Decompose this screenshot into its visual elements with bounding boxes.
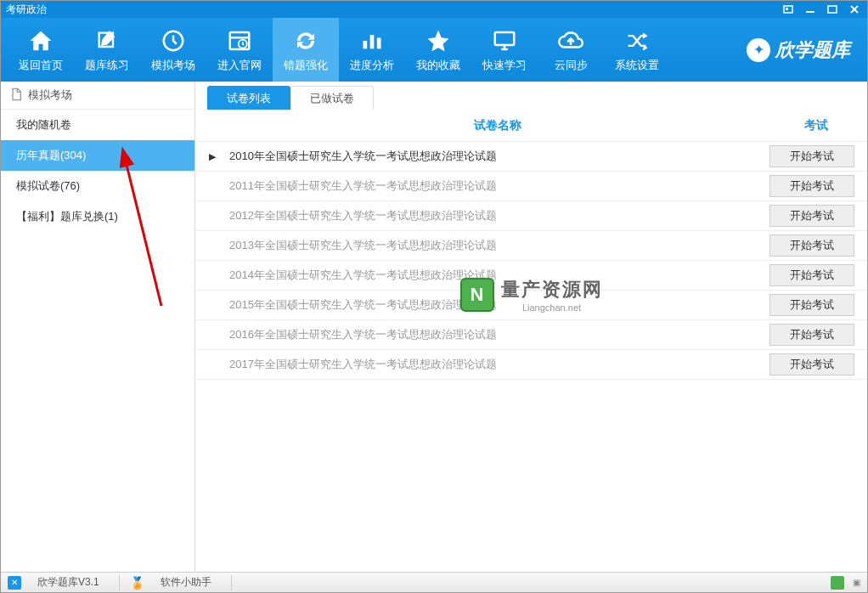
shuffle-icon: [623, 27, 651, 54]
tabs: 试卷列表 已做试卷: [195, 82, 867, 110]
exam-name: 2013年全国硕士研究生入学统一考试思想政治理论试题: [229, 238, 765, 253]
toolbar-quick-learn[interactable]: 快速学习: [471, 18, 538, 82]
table-row[interactable]: ▶2010年全国硕士研究生入学统一考试思想政治理论试题开始考试: [195, 142, 867, 172]
toolbar: 返回首页 题库练习 模拟考场 进入官网 错题强化 进度分析 我的收藏 快速学习: [1, 18, 867, 82]
toolbar-mock-exam[interactable]: 模拟考场: [140, 18, 206, 82]
star-icon: [425, 27, 452, 54]
body-area: 模拟考场 我的随机卷历年真题(304)模拟试卷(76)【福利】题库兑换(1) 试…: [1, 82, 867, 572]
sidebar-item-2[interactable]: 模拟试卷(76): [1, 171, 194, 201]
tray-icon[interactable]: [831, 576, 844, 590]
sidebar-item-0[interactable]: 我的随机卷: [1, 110, 194, 140]
toolbar-settings[interactable]: 系统设置: [604, 18, 670, 82]
taskbar: ✕ 欣学题库V3.1 🏅 软件小助手 ▣: [1, 572, 867, 592]
toolbar-label: 错题强化: [284, 58, 328, 73]
svg-rect-7: [364, 41, 368, 48]
tab-done-exams[interactable]: 已做试卷: [290, 86, 374, 110]
start-exam-button[interactable]: 开始考试: [769, 324, 854, 346]
toolbar-label: 系统设置: [615, 58, 659, 73]
svg-rect-10: [495, 32, 515, 45]
brand-text: 欣学题库: [775, 37, 850, 63]
toolbar-label: 进入官网: [217, 58, 262, 73]
start-exam-button[interactable]: 开始考试: [769, 175, 854, 197]
start-exam-button[interactable]: 开始考试: [769, 205, 854, 227]
sidebar: 模拟考场 我的随机卷历年真题(304)模拟试卷(76)【福利】题库兑换(1): [1, 82, 195, 572]
start-exam-button[interactable]: 开始考试: [769, 145, 854, 167]
svg-rect-8: [370, 35, 375, 48]
home-icon: [27, 27, 54, 54]
exam-name: 2011年全国硕士研究生入学统一考试思想政治理论试题: [229, 178, 765, 194]
window-controls: [781, 3, 862, 15]
titlebar: 考研政治: [1, 1, 867, 18]
svg-rect-1: [786, 8, 788, 10]
taskbar-helper[interactable]: 软件小助手: [151, 573, 221, 592]
table-row[interactable]: 2014年全国硕士研究生入学统一考试思想政治理论试题开始考试: [195, 261, 867, 291]
taskbar-right: ▣: [831, 576, 860, 590]
clock-icon: [160, 27, 187, 54]
toolbar-favorites[interactable]: 我的收藏: [405, 18, 471, 82]
main: 试卷列表 已做试卷 试卷名称 考试 ▶2010年全国硕士研究生入学统一考试思想政…: [195, 82, 867, 572]
toolbar-official-site[interactable]: 进入官网: [206, 18, 273, 82]
calendar-clock-icon: [226, 27, 253, 54]
svg-rect-9: [377, 37, 381, 48]
col-action: 考试: [765, 118, 867, 133]
document-icon: [9, 88, 23, 104]
col-exam-name: 试卷名称: [229, 118, 765, 133]
table-row[interactable]: 2016年全国硕士研究生入学统一考试思想政治理论试题开始考试: [195, 320, 867, 350]
exam-name: 2014年全国硕士研究生入学统一考试思想政治理论试题: [229, 268, 765, 283]
close-icon[interactable]: [847, 3, 862, 15]
sidebar-title: 模拟考场: [28, 88, 72, 103]
taskbar-app-name[interactable]: 欣学题库V3.1: [28, 573, 109, 592]
maximize-icon[interactable]: [825, 3, 840, 15]
start-exam-button[interactable]: 开始考试: [769, 353, 854, 376]
table-row[interactable]: 2013年全国硕士研究生入学统一考试思想政治理论试题开始考试: [195, 231, 867, 261]
exam-name: 2012年全国硕士研究生入学统一考试思想政治理论试题: [229, 208, 765, 223]
toolbar-label: 快速学习: [482, 58, 527, 73]
edit-icon: [93, 27, 121, 54]
table-row[interactable]: 2012年全国硕士研究生入学统一考试思想政治理论试题开始考试: [195, 201, 867, 231]
toolbar-label: 题库练习: [85, 58, 129, 73]
exam-list: ▶2010年全国硕士研究生入学统一考试思想政治理论试题开始考试2011年全国硕士…: [195, 142, 867, 572]
sidebar-item-1[interactable]: 历年真题(304): [1, 140, 194, 171]
chart-bar-icon: [358, 27, 386, 54]
toolbar-label: 我的收藏: [416, 58, 460, 73]
list-header: 试卷名称 考试: [195, 110, 867, 142]
toolbar-wrong-questions[interactable]: 错题强化: [273, 18, 339, 82]
divider: [119, 575, 120, 590]
toolbar-label: 进度分析: [350, 58, 394, 73]
start-exam-button[interactable]: 开始考试: [769, 294, 854, 316]
minimize-icon[interactable]: [803, 3, 818, 15]
window-restore-down-icon[interactable]: [781, 3, 796, 15]
row-arrow-icon: ▶: [195, 151, 229, 162]
start-exam-button[interactable]: 开始考试: [769, 234, 854, 257]
medal-icon: 🏅: [130, 576, 144, 590]
svg-rect-3: [828, 6, 837, 13]
toolbar-label: 模拟考场: [151, 58, 195, 73]
sidebar-item-3[interactable]: 【福利】题库兑换(1): [1, 201, 194, 232]
window: 考研政治 返回首页 题库练习 模拟考场: [0, 0, 868, 593]
toolbar-home[interactable]: 返回首页: [8, 18, 74, 82]
brand: ✦ 欣学题库: [747, 37, 860, 63]
sidebar-header: 模拟考场: [1, 82, 194, 110]
exam-name: 2016年全国硕士研究生入学统一考试思想政治理论试题: [229, 327, 765, 342]
start-exam-button[interactable]: 开始考试: [769, 264, 854, 286]
cloud-upload-icon: [557, 27, 584, 54]
tab-exam-list[interactable]: 试卷列表: [207, 86, 290, 110]
toolbar-progress[interactable]: 进度分析: [339, 18, 405, 82]
brand-logo-icon: ✦: [747, 38, 770, 62]
refresh-icon: [292, 27, 319, 54]
table-row[interactable]: 2011年全国硕士研究生入学统一考试思想政治理论试题开始考试: [195, 172, 867, 201]
toolbar-label: 云同步: [555, 58, 588, 73]
exam-name: 2010年全国硕士研究生入学统一考试思想政治理论试题: [229, 149, 765, 164]
exam-name: 2015年全国硕士研究生入学统一考试思想政治理论试题: [229, 297, 765, 313]
taskbar-app-icon[interactable]: ✕: [8, 576, 21, 590]
toolbar-label: 返回首页: [19, 58, 63, 73]
table-row[interactable]: 2015年全国硕士研究生入学统一考试思想政治理论试题开始考试: [195, 291, 867, 320]
divider: [231, 575, 232, 590]
monitor-icon: [491, 27, 518, 54]
tray-expand-icon[interactable]: ▣: [853, 578, 860, 587]
table-row[interactable]: 2017年全国硕士研究生入学统一考试思想政治理论试题开始考试: [195, 350, 867, 380]
toolbar-practice[interactable]: 题库练习: [74, 18, 140, 82]
window-title: 考研政治: [6, 3, 47, 17]
toolbar-cloud-sync[interactable]: 云同步: [538, 18, 604, 82]
exam-name: 2017年全国硕士研究生入学统一考试思想政治理论试题: [229, 357, 765, 372]
